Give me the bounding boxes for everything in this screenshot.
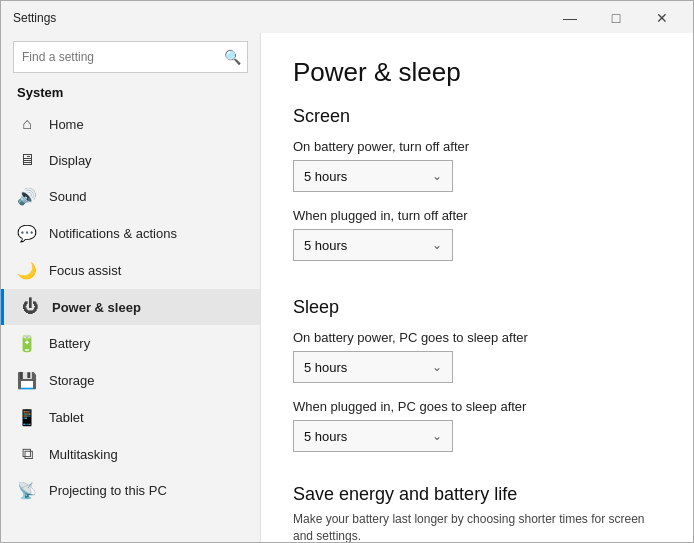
save-energy-title: Save energy and battery life [293,484,661,505]
sidebar-label-home: Home [49,117,84,132]
screen-battery-label: On battery power, turn off after [293,139,661,154]
screen-plugged-value: 5 hours [304,238,347,253]
multitasking-icon: ⧉ [17,445,37,463]
home-icon: ⌂ [17,115,37,133]
projecting-icon: 📡 [17,481,37,500]
sleep-plugged-dropdown[interactable]: 5 hours ⌄ [293,420,453,452]
screen-battery-value: 5 hours [304,169,347,184]
sleep-battery-label: On battery power, PC goes to sleep after [293,330,661,345]
sidebar-item-home[interactable]: ⌂ Home [1,106,260,142]
sidebar-item-focus[interactable]: 🌙 Focus assist [1,252,260,289]
sidebar-label-sound: Sound [49,189,87,204]
search-icon-button[interactable]: 🔍 [217,42,247,72]
sidebar-label-display: Display [49,153,92,168]
sleep-plugged-chevron: ⌄ [432,429,442,443]
sidebar-item-tablet[interactable]: 📱 Tablet [1,399,260,436]
storage-icon: 💾 [17,371,37,390]
save-energy-desc: Make your battery last longer by choosin… [293,511,661,542]
screen-battery-dropdown[interactable]: 5 hours ⌄ [293,160,453,192]
sidebar-item-notifications[interactable]: 💬 Notifications & actions [1,215,260,252]
title-bar: Settings — □ ✕ [1,1,693,33]
close-button[interactable]: ✕ [639,5,685,31]
sidebar-item-power[interactable]: ⏻ Power & sleep [1,289,260,325]
search-input[interactable] [14,46,217,68]
sleep-battery-value: 5 hours [304,360,347,375]
power-icon: ⏻ [20,298,40,316]
sidebar-item-sound[interactable]: 🔊 Sound [1,178,260,215]
sidebar-item-storage[interactable]: 💾 Storage [1,362,260,399]
screen-battery-chevron: ⌄ [432,169,442,183]
notifications-icon: 💬 [17,224,37,243]
sleep-plugged-label: When plugged in, PC goes to sleep after [293,399,661,414]
sidebar-label-projecting: Projecting to this PC [49,483,167,498]
sleep-battery-chevron: ⌄ [432,360,442,374]
maximize-button[interactable]: □ [593,5,639,31]
sidebar: 🔍 System ⌂ Home 🖥 Display 🔊 Sound 💬 Noti… [1,33,261,542]
screen-section-title: Screen [293,106,661,127]
screen-battery-wrapper: On battery power, turn off after 5 hours… [293,139,661,192]
screen-plugged-dropdown[interactable]: 5 hours ⌄ [293,229,453,261]
sleep-plugged-value: 5 hours [304,429,347,444]
sidebar-item-battery[interactable]: 🔋 Battery [1,325,260,362]
screen-plugged-wrapper: When plugged in, turn off after 5 hours … [293,208,661,261]
display-icon: 🖥 [17,151,37,169]
sidebar-label-multitasking: Multitasking [49,447,118,462]
sidebar-item-display[interactable]: 🖥 Display [1,142,260,178]
sleep-battery-dropdown[interactable]: 5 hours ⌄ [293,351,453,383]
page-title: Power & sleep [293,57,661,88]
battery-icon: 🔋 [17,334,37,353]
screen-plugged-label: When plugged in, turn off after [293,208,661,223]
app-title: Settings [13,11,56,25]
app-body: 🔍 System ⌂ Home 🖥 Display 🔊 Sound 💬 Noti… [1,33,693,542]
sidebar-label-power: Power & sleep [52,300,141,315]
sleep-plugged-wrapper: When plugged in, PC goes to sleep after … [293,399,661,452]
sidebar-item-projecting[interactable]: 📡 Projecting to this PC [1,472,260,509]
sound-icon: 🔊 [17,187,37,206]
window-controls: — □ ✕ [547,5,685,31]
sidebar-item-multitasking[interactable]: ⧉ Multitasking [1,436,260,472]
focus-icon: 🌙 [17,261,37,280]
main-content: Power & sleep Screen On battery power, t… [261,33,693,542]
sidebar-label-battery: Battery [49,336,90,351]
sidebar-label-tablet: Tablet [49,410,84,425]
minimize-button[interactable]: — [547,5,593,31]
search-box[interactable]: 🔍 [13,41,248,73]
sidebar-label-focus: Focus assist [49,263,121,278]
sleep-section-title: Sleep [293,297,661,318]
sidebar-label-notifications: Notifications & actions [49,226,177,241]
tablet-icon: 📱 [17,408,37,427]
screen-plugged-chevron: ⌄ [432,238,442,252]
sidebar-label-storage: Storage [49,373,95,388]
sidebar-system-label: System [1,81,260,106]
sleep-battery-wrapper: On battery power, PC goes to sleep after… [293,330,661,383]
